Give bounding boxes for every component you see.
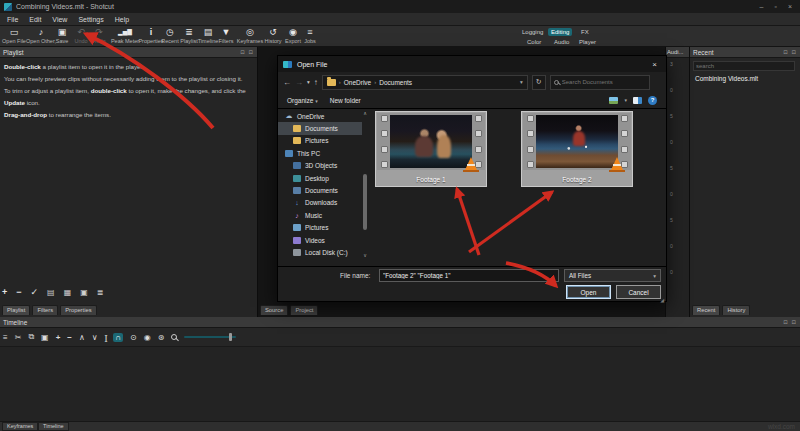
panel-float-close-icons[interactable]: ⊡ ⊡ bbox=[240, 49, 254, 55]
panel-float-close-icons[interactable]: ⊡ ⊡ bbox=[783, 49, 797, 55]
refresh-icon[interactable]: ↻ bbox=[532, 75, 546, 90]
paste-icon[interactable]: ▣ bbox=[41, 333, 49, 342]
sidebar-item-videos[interactable]: Videos bbox=[278, 234, 362, 246]
view-thumbnails-icon[interactable] bbox=[609, 97, 618, 104]
resize-grip[interactable]: ◢ bbox=[660, 297, 664, 303]
audio-panel-title: Audi... bbox=[667, 49, 683, 55]
timeline-menu-icon[interactable]: ≡ bbox=[3, 333, 8, 342]
menu-settings[interactable]: Settings bbox=[78, 16, 103, 23]
workspace-player[interactable]: Player bbox=[576, 38, 599, 46]
sidebar-item-pictures-onedrive[interactable]: Pictures bbox=[278, 135, 362, 147]
dialog-close-button[interactable]: × bbox=[648, 60, 661, 69]
cut-icon[interactable]: ✂ bbox=[15, 333, 22, 342]
sidebar-item-3d-objects[interactable]: 3D Objects bbox=[278, 160, 362, 172]
sidebar-scrollbar[interactable]: ∧ ∨ bbox=[362, 110, 368, 266]
redo-button[interactable]: ↷Redo bbox=[86, 27, 112, 44]
tab-source[interactable]: Source bbox=[260, 305, 288, 315]
panel-float-close-icons[interactable]: ⊡ ⊡ bbox=[783, 319, 797, 325]
ripple-all-tracks-icon[interactable]: ⊛ bbox=[158, 333, 165, 342]
menu-view[interactable]: View bbox=[52, 16, 67, 23]
peak-meter-button[interactable]: ▂▅▇Peak Meter bbox=[110, 27, 140, 44]
tab-keyframes[interactable]: Keyframes bbox=[2, 422, 38, 431]
sidebar-item-desktop[interactable]: Desktop bbox=[278, 172, 362, 184]
file-tile-footage-2[interactable]: Footage 2 bbox=[521, 111, 633, 187]
breadcrumb[interactable]: › OneDrive › Documents ▾ bbox=[322, 75, 528, 90]
recent-item[interactable]: Combining Videos.mlt bbox=[695, 75, 758, 82]
snap-toggle-icon[interactable]: ∩ bbox=[113, 333, 123, 342]
scroll-down-icon[interactable]: ∨ bbox=[362, 252, 368, 258]
recent-search-input[interactable] bbox=[693, 61, 795, 71]
menu-file[interactable]: File bbox=[7, 16, 18, 23]
view-dropdown-icon[interactable]: ▾ bbox=[624, 97, 627, 103]
scrub-while-dragging-icon[interactable]: ⊙ bbox=[130, 333, 137, 342]
workspace-logging[interactable]: Logging bbox=[519, 28, 546, 36]
close-button[interactable]: × bbox=[788, 3, 792, 10]
sidebar-label: Desktop bbox=[305, 175, 329, 182]
tab-properties[interactable]: Properties bbox=[60, 305, 96, 315]
tab-filters[interactable]: Filters bbox=[32, 305, 58, 315]
sidebar-item-this-pc[interactable]: This PC bbox=[278, 147, 362, 159]
view-tiles-icon[interactable]: ▣ bbox=[80, 288, 88, 297]
update-playlist-icon[interactable]: ✓ bbox=[31, 287, 39, 297]
timeline-tracks-area[interactable] bbox=[0, 346, 800, 431]
help-icon[interactable]: ? bbox=[648, 96, 657, 105]
jobs-button[interactable]: ≡Jobs bbox=[298, 27, 322, 44]
add-to-playlist-icon[interactable]: + bbox=[2, 287, 7, 297]
cancel-button[interactable]: Cancel bbox=[616, 285, 661, 299]
minimize-button[interactable]: – bbox=[760, 3, 764, 10]
remove-from-playlist-icon[interactable]: − bbox=[16, 287, 21, 297]
open-file-button[interactable]: ▭Open File bbox=[0, 27, 28, 44]
tab-history[interactable]: History bbox=[722, 305, 750, 315]
view-icons-icon[interactable]: ▦ bbox=[64, 288, 72, 297]
sidebar-item-documents[interactable]: Documents bbox=[278, 184, 362, 196]
scrollbar-thumb[interactable] bbox=[363, 174, 367, 230]
zoom-timeline-icon[interactable] bbox=[171, 334, 177, 340]
open-button[interactable]: Open bbox=[566, 285, 611, 299]
breadcrumb-documents[interactable]: Documents bbox=[379, 79, 412, 86]
file-name-input[interactable] bbox=[379, 269, 559, 282]
workspace-audio[interactable]: Audio bbox=[551, 38, 572, 46]
sidebar-item-downloads[interactable]: ↓Downloads bbox=[278, 197, 362, 209]
maximize-button[interactable]: ▫ bbox=[774, 3, 776, 10]
workspace-color[interactable]: Color bbox=[524, 38, 544, 46]
chevron-down-icon[interactable]: ▾ bbox=[307, 79, 310, 85]
menu-edit[interactable]: Edit bbox=[29, 16, 41, 23]
playlist-menu-icon[interactable]: ≣ bbox=[97, 288, 104, 297]
workspace-editing[interactable]: Editing bbox=[548, 28, 572, 36]
menu-help[interactable]: Help bbox=[115, 16, 129, 23]
ripple-icon[interactable]: ◉ bbox=[144, 333, 151, 342]
file-tile-footage-1[interactable]: Footage 1 bbox=[375, 111, 487, 187]
up-icon[interactable]: ↑ bbox=[314, 78, 318, 87]
workspace-fx[interactable]: FX bbox=[578, 28, 592, 36]
sidebar-item-music[interactable]: ♪Music bbox=[278, 209, 362, 221]
ripple-delete-icon[interactable]: − bbox=[67, 333, 72, 342]
organize-button[interactable]: Organize ▾ bbox=[287, 97, 318, 104]
split-icon[interactable]: ][ bbox=[105, 334, 107, 341]
scroll-up-icon[interactable]: ∧ bbox=[362, 110, 368, 116]
sidebar-item-local-disk-c[interactable]: Local Disk (C:) bbox=[278, 246, 362, 258]
tab-timeline[interactable]: Timeline bbox=[38, 422, 69, 431]
view-details-icon[interactable]: ▤ bbox=[47, 288, 55, 297]
back-icon[interactable]: ← bbox=[283, 78, 291, 87]
sidebar-item-documents-onedrive[interactable]: Documents bbox=[278, 122, 362, 134]
sidebar-item-pictures[interactable]: Pictures bbox=[278, 222, 362, 234]
search-box[interactable] bbox=[550, 75, 650, 90]
tab-playlist[interactable]: Playlist bbox=[2, 305, 30, 315]
file-type-dropdown[interactable]: All Files ▾ bbox=[564, 269, 661, 282]
timeline-zoom-slider[interactable] bbox=[184, 336, 236, 338]
preview-pane-icon[interactable] bbox=[633, 97, 642, 104]
zoom-slider-handle[interactable] bbox=[229, 333, 232, 341]
tab-project[interactable]: Project bbox=[290, 305, 318, 315]
search-input[interactable] bbox=[562, 79, 642, 85]
overwrite-icon[interactable]: ∨ bbox=[92, 333, 98, 342]
tab-recent[interactable]: Recent bbox=[692, 305, 720, 315]
breadcrumb-dropdown-icon[interactable]: ▾ bbox=[520, 79, 523, 85]
copy-icon[interactable]: ⧉ bbox=[28, 332, 34, 342]
forward-icon[interactable]: → bbox=[295, 78, 303, 87]
append-icon[interactable]: + bbox=[56, 333, 61, 342]
videos-icon bbox=[293, 237, 301, 244]
sidebar-item-onedrive[interactable]: ☁OneDrive bbox=[278, 110, 362, 122]
lift-icon[interactable]: ∧ bbox=[79, 333, 85, 342]
new-folder-button[interactable]: New folder bbox=[330, 97, 361, 104]
breadcrumb-onedrive[interactable]: OneDrive bbox=[344, 79, 371, 86]
